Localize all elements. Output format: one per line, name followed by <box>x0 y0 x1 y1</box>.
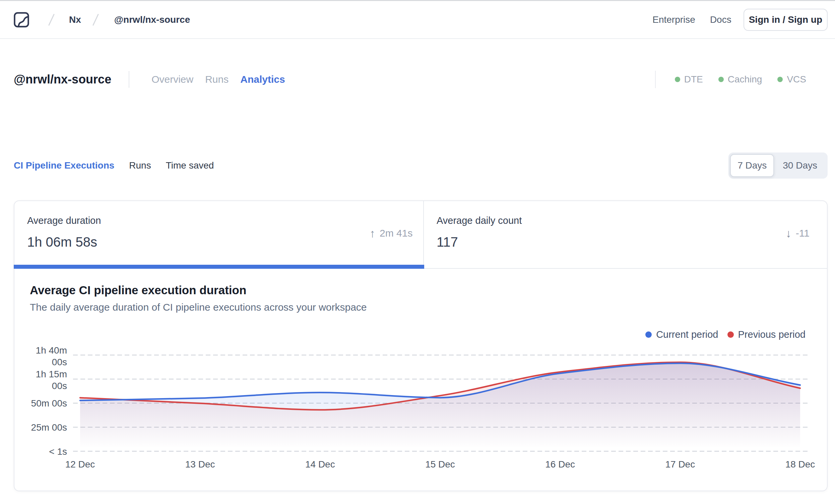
stat-card-average-daily-count[interactable]: Average daily count 117 <box>424 201 827 268</box>
nav-link-docs[interactable]: Docs <box>710 15 731 25</box>
x-axis-tick-label: 12 Dec <box>65 459 95 469</box>
stat-value: 1h 06m 58s <box>27 233 410 251</box>
date-range-toggle: 7 Days 30 Days <box>729 153 828 179</box>
top-nav: Nx @nrwl/nx-source Enterprise Docs Sign … <box>0 1 835 39</box>
status-dot-green-icon <box>777 77 783 82</box>
breadcrumb-separator-icon <box>48 14 54 26</box>
y-axis-tick-label: 50m 00s <box>31 398 67 408</box>
analytics-panel: Average duration 1h 06m 58s Average dail… <box>14 200 828 491</box>
tab-overview[interactable]: Overview <box>151 74 194 85</box>
y-axis-tick-label: 1h 15m00s <box>36 369 67 391</box>
x-axis-tick-label: 14 Dec <box>305 459 335 469</box>
stat-value: 117 <box>436 233 814 251</box>
x-axis-tick-label: 15 Dec <box>425 459 455 469</box>
duration-area-chart: 1h 40m00s1h 15m00s50m 00s25m 00s< 1s 12 … <box>15 318 826 486</box>
range-option-30-days[interactable]: 30 Days <box>774 154 826 177</box>
arrow-up-icon: ↑ <box>370 226 375 240</box>
current-period-area <box>80 363 800 451</box>
nx-cloud-logo-icon[interactable] <box>14 12 29 27</box>
breadcrumb: Nx @nrwl/nx-source <box>14 12 190 27</box>
workspace-status-indicators: DTE Caching VCS <box>655 71 806 88</box>
x-axis-tick-label: 18 Dec <box>786 459 815 469</box>
stat-card-average-duration[interactable]: Average duration 1h 06m 58s <box>15 201 424 268</box>
status-label: VCS <box>787 74 806 85</box>
nav-link-enterprise[interactable]: Enterprise <box>652 15 695 25</box>
arrow-down-icon: ↓ <box>786 226 791 240</box>
delta-value: -11 <box>796 226 810 240</box>
tab-runs[interactable]: Runs <box>205 74 228 85</box>
range-option-7-days[interactable]: 7 Days <box>730 154 774 177</box>
stat-label: Average daily count <box>436 215 814 226</box>
status-dot-green-icon <box>718 77 724 82</box>
y-axis-tick-label: < 1s <box>49 446 67 457</box>
vertical-divider <box>129 71 129 88</box>
chart-header: Average CI pipeline execution duration T… <box>15 269 827 313</box>
stat-delta-up: ↑ 2m 41s <box>370 226 412 240</box>
breadcrumb-workspace[interactable]: @nrwl/nx-source <box>114 15 190 25</box>
workspace-tabs: Overview Runs Analytics <box>151 74 285 85</box>
x-axis-tick-label: 16 Dec <box>545 459 575 469</box>
tab-time-saved[interactable]: Time saved <box>166 160 214 171</box>
stat-label: Average duration <box>27 215 410 226</box>
status-item-caching: Caching <box>718 74 762 85</box>
stat-cards-row: Average duration 1h 06m 58s Average dail… <box>15 201 827 269</box>
y-axis-tick-label: 1h 40m00s <box>36 345 67 367</box>
x-axis-tick-label: 13 Dec <box>185 459 215 469</box>
tab-analytics-runs[interactable]: Runs <box>129 160 151 171</box>
chart-subtitle: The daily average duration of CI pipelin… <box>30 302 812 313</box>
workspace-header: @nrwl/nx-source Overview Runs Analytics … <box>0 69 835 90</box>
chart-y-axis-labels: 1h 40m00s1h 15m00s50m 00s25m 00s< 1s <box>31 345 67 457</box>
stat-delta-down: ↓ -11 <box>786 226 810 240</box>
status-dot-green-icon <box>675 77 680 82</box>
selected-card-indicator <box>14 265 424 269</box>
status-label: Caching <box>728 74 762 85</box>
top-nav-actions: Enterprise Docs Sign in / Sign up <box>652 9 828 31</box>
delta-value: 2m 41s <box>380 226 412 240</box>
analytics-section-tabs: CI Pipeline Executions Runs Time saved 7… <box>0 153 835 179</box>
breadcrumb-org[interactable]: Nx <box>69 15 81 25</box>
tab-analytics[interactable]: Analytics <box>240 74 285 85</box>
workspace-title: @nrwl/nx-source <box>14 73 111 86</box>
analytics-tabs: CI Pipeline Executions Runs Time saved <box>14 160 214 171</box>
status-item-vcs: VCS <box>777 74 806 85</box>
status-label: DTE <box>684 74 703 85</box>
chart-x-axis-labels: 12 Dec13 Dec14 Dec15 Dec16 Dec17 Dec18 D… <box>65 459 815 469</box>
status-item-dte: DTE <box>675 74 703 85</box>
vertical-divider <box>655 71 656 88</box>
breadcrumb-separator-icon <box>93 14 99 26</box>
x-axis-tick-label: 17 Dec <box>665 459 695 469</box>
chart-title: Average CI pipeline execution duration <box>30 283 812 297</box>
sign-in-button[interactable]: Sign in / Sign up <box>744 9 828 31</box>
tab-ci-pipeline-executions[interactable]: CI Pipeline Executions <box>14 160 114 171</box>
y-axis-tick-label: 25m 00s <box>31 422 67 432</box>
